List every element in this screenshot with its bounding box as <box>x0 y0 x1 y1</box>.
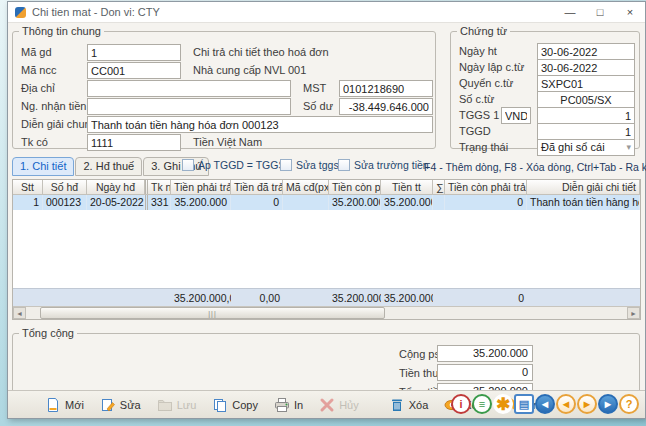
last-icon[interactable]: ► <box>598 394 618 414</box>
quyen-ctu-input[interactable] <box>537 75 635 92</box>
maximize-button[interactable]: □ <box>585 2 615 22</box>
checkbox-label: Áp TGGD = TGGS1 <box>198 159 291 171</box>
toolbar-button-label: Sửa <box>120 399 141 411</box>
document-group: Chứng từ Ngày ht Ngày lập c.từ Quyển c.t… <box>450 25 640 149</box>
column-header[interactable]: Tiền tt <box>381 180 433 194</box>
nguoi-nhan-tien-input[interactable] <box>87 98 291 115</box>
trash-button[interactable]: Xóa <box>382 394 436 416</box>
cancel-x-button[interactable]: Hủy <box>312 394 366 416</box>
ngay-ht-input[interactable] <box>537 43 635 60</box>
minimize-button[interactable]: — <box>555 2 585 22</box>
column-header[interactable]: Tiền còn ph <box>329 180 381 194</box>
first-icon[interactable]: ◄ <box>535 394 555 414</box>
so-du-label: Số dư <box>303 100 333 112</box>
ngay-ht-label: Ngày ht <box>459 45 497 57</box>
column-header[interactable]: Tk n <box>145 180 171 194</box>
general-info-group: Thông tin chung Mã gd Chi trả chi tiết t… <box>12 25 436 149</box>
list-icon[interactable]: ≡ <box>472 394 492 414</box>
checkbox-3[interactable]: Sửa trường tiền <box>338 159 429 171</box>
scroll-left-icon[interactable]: ◄ <box>13 307 26 319</box>
tab-options-row: 1. Chi tiết2. Hđ thuế3. Ghi chú Áp TGGD … <box>12 156 641 176</box>
tab-2[interactable]: 2. Hđ thuế <box>75 157 142 176</box>
grid-cell: 0 <box>445 291 527 305</box>
dien-giai-chung-input[interactable] <box>87 116 433 133</box>
settings-icon[interactable]: ✱ <box>493 394 513 414</box>
grid-cell: 1 <box>13 195 43 210</box>
next-icon[interactable]: ► <box>577 394 597 414</box>
save-folder-button[interactable]: Lưu <box>150 394 204 416</box>
toolbar-button-label: In <box>294 399 303 411</box>
info-icon[interactable]: i <box>451 394 471 414</box>
checkbox-icon[interactable] <box>338 159 350 171</box>
mst-input[interactable] <box>339 80 433 97</box>
toolbar-button-label: Lưu <box>177 399 197 411</box>
grid-rows: 100012320-05-202233135.200.000035.200.00… <box>13 195 640 210</box>
totals-group: Tổng cộng Cộng ps35.200.000Tiền thuế0Tổn… <box>12 327 640 393</box>
grid-cell: 20-05-2022 <box>87 195 145 210</box>
dia-chi-input[interactable] <box>87 80 291 97</box>
cancel-x-icon <box>319 397 335 413</box>
checkbox-2[interactable]: Sửa tggs <box>280 159 339 171</box>
tggs1-rate-input[interactable] <box>537 107 635 124</box>
report-icon[interactable]: ▤ <box>514 394 534 414</box>
column-header[interactable]: Tiền đã trả <box>231 180 283 194</box>
checkbox-1[interactable]: Áp TGGD = TGGS1 <box>182 159 291 171</box>
app-window: Chi tien mat - Don vi: CTY — □ × Thông t… <box>7 1 646 419</box>
dien-giai-chung-label: Diễn giải chung <box>21 118 97 130</box>
so-ctu-input[interactable] <box>537 91 635 108</box>
table-row[interactable]: 100012320-05-202233135.200.000035.200.00… <box>13 195 640 210</box>
tggd-input[interactable] <box>537 123 635 140</box>
totals-value[interactable]: 35.200.000 <box>437 345 533 362</box>
tk-co-desc: Tiền Việt Nam <box>193 136 262 148</box>
horizontal-scrollbar[interactable]: ◄ ||| ► <box>13 306 640 319</box>
checkbox-label: Sửa tggs <box>296 159 339 171</box>
column-header[interactable]: Số hđ <box>43 180 87 194</box>
mst-label: MST <box>303 82 326 94</box>
nav-icon-group: i≡✱▤◄◄►►? <box>451 394 639 414</box>
checkbox-icon[interactable] <box>280 159 292 171</box>
scrollbar-track[interactable]: ||| <box>26 307 627 319</box>
help-icon[interactable]: ? <box>619 394 639 414</box>
edit-icon <box>100 397 116 413</box>
column-header[interactable]: Tiền phải trả <box>171 180 231 194</box>
column-header[interactable]: Tiền còn phải trả 2 <box>445 180 527 194</box>
grid-cell: 0 <box>445 195 527 210</box>
scroll-right-icon[interactable]: ► <box>627 307 640 319</box>
column-header[interactable]: Stt <box>13 180 43 194</box>
general-info-legend: Thông tin chung <box>19 25 104 37</box>
title-bar: Chi tien mat - Don vi: CTY — □ × <box>8 2 645 23</box>
ma-ncc-input[interactable] <box>87 62 181 79</box>
tggs1-currency-input[interactable] <box>501 107 531 124</box>
edit-button[interactable]: Sửa <box>93 394 148 416</box>
totals-value[interactable]: 0 <box>437 364 533 381</box>
tab-1[interactable]: 1. Chi tiết <box>12 157 74 176</box>
trash-icon <box>389 397 405 413</box>
checkbox-label: Sửa trường tiền <box>354 159 429 171</box>
so-du-input[interactable] <box>339 98 433 115</box>
ngay-lap-ctu-input[interactable] <box>537 59 635 76</box>
window-title: Chi tien mat - Don vi: CTY <box>32 6 160 18</box>
column-header[interactable]: Mã cđ(px) <box>283 180 329 194</box>
column-header[interactable]: Diễn giải chi tiết <box>527 180 640 194</box>
close-button[interactable]: × <box>615 2 645 22</box>
copy-button[interactable]: Copy <box>205 394 265 416</box>
new-document-icon <box>45 397 61 413</box>
grid-cell: 35.200.000 <box>329 195 381 210</box>
desktop-background: Chi tien mat - Don vi: CTY — □ × Thông t… <box>0 0 646 426</box>
checkbox-icon[interactable] <box>182 159 194 171</box>
tk-co-label: Tk có <box>21 136 48 148</box>
new-document-button[interactable]: Mới <box>38 394 91 416</box>
chevron-down-icon: ▾ <box>626 142 631 152</box>
column-header[interactable]: ∑ <box>433 180 445 194</box>
scrollbar-thumb[interactable]: ||| <box>40 307 385 319</box>
column-header[interactable]: Ngày hđ <box>87 180 145 194</box>
copy-icon <box>212 397 228 413</box>
totals-legend: Tổng cộng <box>19 327 77 339</box>
printer-button[interactable]: In <box>267 394 310 416</box>
ma-ncc-desc: Nhà cung cấp NVL 001 <box>193 64 306 76</box>
ma-gd-input[interactable] <box>87 44 181 61</box>
trang-thai-dropdown[interactable]: Đã ghi sổ cái ▾ <box>537 139 635 156</box>
previous-icon[interactable]: ◄ <box>556 394 576 414</box>
tk-co-input[interactable] <box>87 134 181 151</box>
totals-row: Tiền thuế0 <box>13 364 639 382</box>
